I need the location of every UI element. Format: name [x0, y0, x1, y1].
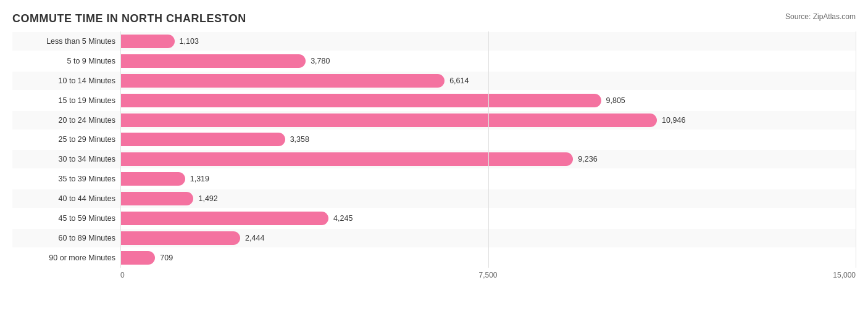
- bar-value: 709: [160, 254, 173, 262]
- bar-track: 3,780: [120, 54, 856, 68]
- chart-container: COMMUTE TIME IN NORTH CHARLESTON Source:…: [0, 0, 868, 322]
- bar-fill: [120, 172, 185, 186]
- bar-label: 20 to 24 Minutes: [12, 116, 120, 125]
- bar-track: 709: [120, 251, 856, 265]
- chart-area: Less than 5 Minutes1,1035 to 9 Minutes3,…: [12, 31, 856, 279]
- bar-track: 1,319: [120, 172, 856, 186]
- bar-track: 3,358: [120, 133, 856, 146]
- bar-fill: [120, 133, 285, 146]
- bar-value: 1,103: [180, 37, 199, 46]
- bar-track: 9,236: [120, 152, 856, 166]
- bar-fill: [120, 94, 601, 107]
- bar-label: 30 to 34 Minutes: [12, 155, 120, 163]
- bar-value: 9,236: [578, 155, 597, 163]
- bar-fill: [120, 192, 193, 205]
- bar-track: 6,614: [120, 74, 856, 88]
- x-tick-0: 0: [120, 271, 365, 279]
- bar-value: 9,805: [606, 96, 625, 105]
- bar-fill: [120, 212, 328, 225]
- source-label: Source: ZipAtlas.com: [785, 12, 856, 21]
- bar-value: 2,444: [245, 234, 264, 242]
- bar-row: 10 to 14 Minutes6,614: [12, 72, 856, 90]
- chart-title: COMMUTE TIME IN NORTH CHARLESTON: [12, 12, 856, 25]
- bar-row: 25 to 29 Minutes3,358: [12, 130, 856, 149]
- bar-label: Less than 5 Minutes: [12, 37, 120, 46]
- bar-label: 35 to 39 Minutes: [12, 175, 120, 183]
- bar-row: 35 to 39 Minutes1,319: [12, 170, 856, 188]
- bar-row: 15 to 19 Minutes9,805: [12, 91, 856, 110]
- bar-row: 40 to 44 Minutes1,492: [12, 189, 856, 208]
- bar-row: 5 to 9 Minutes3,780: [12, 52, 856, 70]
- grid-line: [856, 31, 856, 268]
- bar-track: 4,245: [120, 212, 856, 225]
- bar-track: 10,946: [120, 114, 856, 127]
- bar-label: 10 to 14 Minutes: [12, 76, 120, 85]
- bar-label: 5 to 9 Minutes: [12, 57, 120, 65]
- bar-label: 40 to 44 Minutes: [12, 194, 120, 203]
- bar-row: Less than 5 Minutes1,103: [12, 32, 856, 51]
- bar-fill: [120, 35, 175, 48]
- x-tick-2: 15,000: [611, 271, 856, 279]
- bar-fill: [120, 152, 573, 166]
- bar-label: 60 to 89 Minutes: [12, 234, 120, 242]
- bar-track: 1,103: [120, 35, 856, 48]
- x-axis: 0 7,500 15,000: [12, 271, 856, 279]
- bar-fill: [120, 74, 444, 88]
- bar-row: 20 to 24 Minutes10,946: [12, 111, 856, 130]
- bar-value: 4,245: [333, 214, 353, 223]
- bar-label: 90 or more Minutes: [12, 254, 120, 262]
- bar-label: 25 to 29 Minutes: [12, 135, 120, 144]
- bar-value: 1,492: [198, 194, 217, 203]
- x-tick-1: 7,500: [365, 271, 611, 279]
- bar-track: 1,492: [120, 192, 856, 205]
- bar-fill: [120, 251, 155, 265]
- bar-label: 45 to 59 Minutes: [12, 214, 120, 223]
- bars-section: Less than 5 Minutes1,1035 to 9 Minutes3,…: [12, 31, 856, 268]
- bar-row: 45 to 59 Minutes4,245: [12, 209, 856, 228]
- bar-value: 3,780: [311, 57, 330, 65]
- bar-row: 60 to 89 Minutes2,444: [12, 229, 856, 247]
- bar-value: 10,946: [662, 116, 685, 125]
- bar-row: 30 to 34 Minutes9,236: [12, 150, 856, 168]
- bar-value: 6,614: [449, 76, 469, 85]
- bar-label: 15 to 19 Minutes: [12, 96, 120, 105]
- bar-track: 9,805: [120, 94, 856, 107]
- bar-fill: [120, 231, 240, 245]
- bar-fill: [120, 54, 306, 68]
- bar-fill: [120, 114, 657, 127]
- bar-value: 1,319: [190, 175, 209, 183]
- bar-row: 90 or more Minutes709: [12, 249, 856, 267]
- bar-value: 3,358: [290, 135, 309, 144]
- bar-track: 2,444: [120, 231, 856, 245]
